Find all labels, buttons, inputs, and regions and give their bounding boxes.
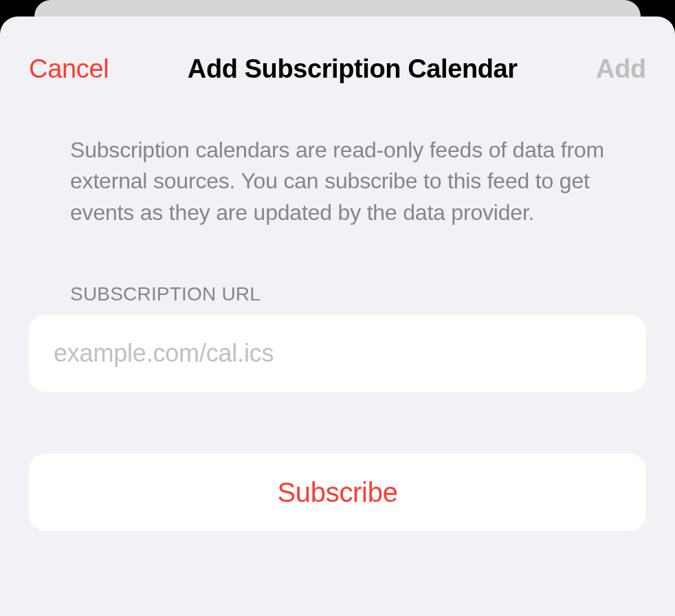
modal-title: Add Subscription Calendar [116,54,590,84]
modal-content: Subscription calendars are read-only fee… [0,91,675,531]
url-input-row [29,315,646,392]
cancel-button[interactable]: Cancel [29,54,109,84]
subscribe-button[interactable]: Subscribe [29,454,646,531]
add-subscription-modal: Cancel Add Subscription Calendar Add Sub… [0,16,675,616]
navigation-bar: Cancel Add Subscription Calendar Add [0,16,675,91]
url-section-label: SUBSCRIPTION URL [70,283,646,305]
subscription-url-input[interactable] [54,339,621,368]
add-button[interactable]: Add [596,54,646,84]
description-text: Subscription calendars are read-only fee… [70,135,605,228]
